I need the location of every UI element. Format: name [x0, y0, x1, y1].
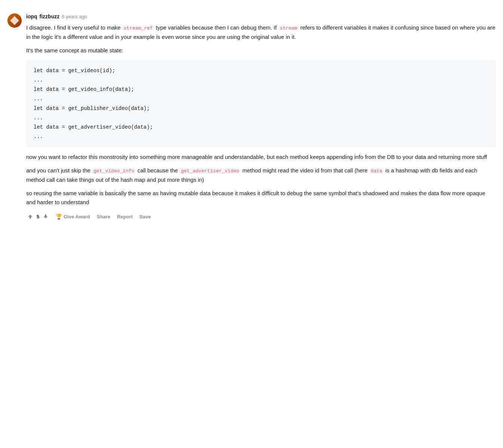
paragraph-3: now you want to refactor this monstrosit… — [26, 153, 496, 162]
inline-code-stream-ref: stream_ref — [122, 25, 154, 31]
inline-code-data: data — [369, 168, 384, 174]
code-line-4: ... — [34, 94, 488, 104]
downvote-button[interactable] — [41, 213, 50, 220]
avatar — [7, 13, 22, 28]
code-block: let data = get_videos(id); ... let data … — [26, 60, 496, 148]
inline-code-stream: stream — [278, 25, 299, 31]
code-line-5: let data = get_publisher_video(data); — [34, 104, 488, 113]
downvote-icon — [43, 214, 48, 219]
give-award-button[interactable]: 🏆 Give Award — [55, 212, 91, 221]
upvote-icon — [28, 214, 33, 219]
inline-code-get-advertiser-video: get_advertiser_video — [179, 168, 241, 174]
share-button[interactable]: Share — [96, 212, 111, 221]
inline-code-get-video-info: get_video_info — [92, 168, 136, 174]
vote-section: 5 — [26, 213, 50, 220]
vote-count: 5 — [37, 214, 39, 220]
trophy-icon: 🏆 — [56, 214, 62, 220]
code-line-2: ... — [34, 76, 488, 85]
comment-content: I disagree. I find it very useful to mak… — [26, 23, 496, 207]
paragraph-4: and you can't just skip the get_video_in… — [26, 166, 496, 184]
comment-actions: 5 🏆 Give Award Share Report Save — [26, 212, 496, 221]
comment-username: iopq — [26, 13, 37, 19]
paragraph-2: It's the same concept as mutable state: — [26, 46, 496, 55]
code-line-8: ... — [34, 132, 488, 141]
code-line-1: let data = get_videos(id); — [34, 66, 488, 76]
paragraph-1: I disagree. I find it very useful to mak… — [26, 23, 496, 42]
paragraph-5: so reusing the same variable is basicall… — [26, 189, 496, 207]
code-line-6: ... — [34, 113, 488, 123]
give-award-label: Give Award — [64, 214, 90, 220]
comment-timestamp: 6 years ago — [62, 14, 87, 19]
comment-body: iopq fizzbuzz 6 years ago I disagree. I … — [26, 13, 496, 221]
save-button[interactable]: Save — [139, 212, 151, 221]
code-line-7: let data = get_advertiser_video(data); — [34, 123, 488, 132]
comment-header: iopq fizzbuzz 6 years ago — [26, 13, 496, 19]
code-line-3: let data = get_video_info(data); — [34, 85, 488, 94]
comment-flair: fizzbuzz — [40, 13, 60, 19]
comment: iopq fizzbuzz 6 years ago I disagree. I … — [7, 7, 496, 227]
report-button[interactable]: Report — [116, 212, 133, 221]
upvote-button[interactable] — [26, 213, 34, 220]
